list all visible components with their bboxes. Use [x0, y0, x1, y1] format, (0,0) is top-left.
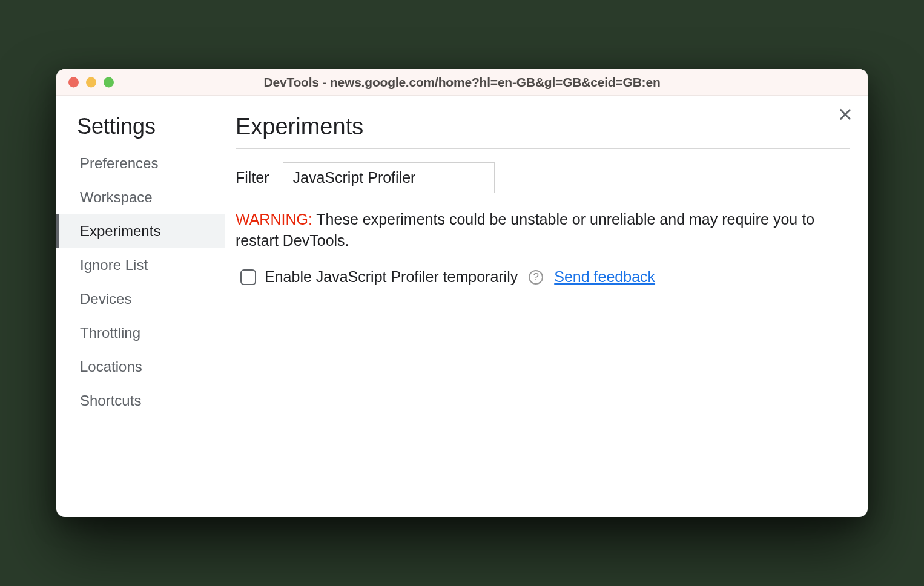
sidebar-item-experiments[interactable]: Experiments: [56, 214, 225, 248]
warning-prefix: WARNING:: [236, 211, 312, 228]
sidebar-item-shortcuts[interactable]: Shortcuts: [56, 384, 225, 418]
sidebar-item-throttling[interactable]: Throttling: [56, 316, 225, 350]
maximize-window-dot[interactable]: [104, 77, 114, 87]
sidebar-title: Settings: [64, 114, 225, 146]
filter-row: Filter: [236, 162, 850, 193]
sidebar: Settings Preferences Workspace Experimen…: [56, 96, 225, 517]
sidebar-item-workspace[interactable]: Workspace: [56, 180, 225, 214]
experiment-checkbox[interactable]: [240, 269, 256, 285]
filter-label: Filter: [236, 169, 269, 186]
main-panel: Experiments Filter WARNING: These experi…: [225, 96, 868, 517]
filter-input[interactable]: [283, 162, 495, 193]
minimize-window-dot[interactable]: [86, 77, 96, 87]
experiment-label: Enable JavaScript Profiler temporarily: [265, 268, 518, 286]
titlebar: DevTools - news.google.com/home?hl=en-GB…: [56, 69, 868, 96]
sidebar-item-ignore-list[interactable]: Ignore List: [56, 248, 225, 282]
window-title: DevTools - news.google.com/home?hl=en-GB…: [263, 75, 660, 90]
experiment-row: Enable JavaScript Profiler temporarily ?…: [236, 268, 850, 286]
send-feedback-link[interactable]: Send feedback: [554, 268, 655, 286]
warning-text: WARNING: These experiments could be unst…: [236, 209, 850, 251]
help-icon[interactable]: ?: [529, 270, 543, 285]
devtools-window: DevTools - news.google.com/home?hl=en-GB…: [56, 69, 868, 517]
sidebar-item-locations[interactable]: Locations: [56, 350, 225, 384]
close-window-dot[interactable]: [68, 77, 79, 87]
close-settings-button[interactable]: [836, 105, 854, 123]
warning-message: These experiments could be unstable or u…: [236, 211, 814, 249]
page-title: Experiments: [236, 114, 850, 149]
sidebar-item-devices[interactable]: Devices: [56, 282, 225, 316]
traffic-lights: [68, 77, 114, 87]
content-area: Settings Preferences Workspace Experimen…: [56, 96, 868, 517]
close-icon: [837, 106, 854, 123]
sidebar-item-preferences[interactable]: Preferences: [56, 146, 225, 180]
